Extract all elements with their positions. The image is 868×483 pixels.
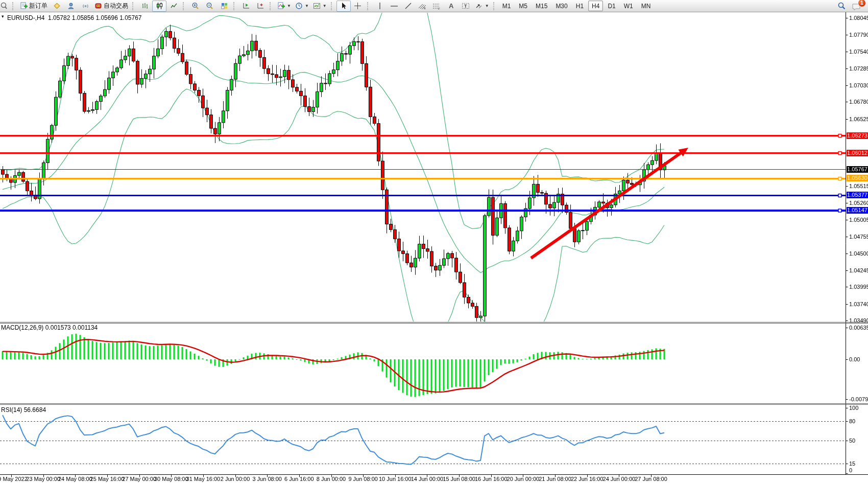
- zoom-out-button[interactable]: [203, 1, 217, 12]
- autotrading-label: 自动交易: [104, 2, 128, 10]
- timeframe-m30[interactable]: M30: [552, 1, 571, 11]
- price-axis[interactable]: [846, 12, 868, 474]
- dropdown-caret-icon: ▼: [305, 4, 309, 8]
- notifications-button[interactable]: 1: [852, 1, 863, 11]
- svg-text:T: T: [464, 4, 467, 9]
- autotrading-robot-icon: [94, 2, 102, 10]
- equidistant-channel-icon: E: [418, 2, 427, 10]
- trendline-tool-button[interactable]: [401, 1, 416, 12]
- dropdown-caret-icon: ▼: [323, 4, 327, 8]
- new-order-icon: [20, 2, 28, 10]
- timeframe-m1[interactable]: M1: [499, 1, 515, 11]
- vertical-line-icon: [377, 2, 383, 10]
- zoom-in-icon: [191, 2, 200, 10]
- bar-chart-icon: [141, 2, 149, 10]
- toolbar-handle[interactable]: [233, 2, 237, 10]
- chart-shift-button[interactable]: [253, 1, 268, 12]
- clipped-left-icon[interactable]: [0, 1, 10, 12]
- toolbar-handle[interactable]: [183, 2, 186, 10]
- channel-tool-button[interactable]: E: [416, 1, 430, 12]
- new-order-button[interactable]: 新订单: [18, 1, 50, 12]
- text-label-tool-button[interactable]: T: [459, 1, 473, 12]
- crosshair-tool-button[interactable]: [351, 1, 365, 12]
- auto-scroll-icon: [243, 2, 250, 10]
- magnifier-partial-icon: [0, 2, 7, 10]
- main-toolbar: 新订单 自动交易 ▼ ▼: [0, 0, 868, 12]
- indicators-dropdown-button[interactable]: ▼: [275, 1, 293, 12]
- fibonacci-tool-button[interactable]: F: [430, 1, 444, 12]
- bar-chart-mode-button[interactable]: [138, 1, 152, 12]
- dropdown-caret-icon: ▼: [485, 4, 489, 8]
- candlestick-icon: [156, 2, 163, 10]
- template-chart-icon: [313, 2, 321, 10]
- timeframe-w1[interactable]: W1: [620, 1, 637, 11]
- toolbar-handle[interactable]: [132, 2, 136, 10]
- horizontal-line-icon: [390, 2, 398, 10]
- timeframe-m5[interactable]: M5: [515, 1, 531, 11]
- trendline-icon: [404, 2, 412, 10]
- market-watch-icon: [67, 2, 75, 10]
- timeframe-m15[interactable]: M15: [532, 1, 551, 11]
- dropdown-caret-icon: ▼: [287, 4, 291, 8]
- cursor-tool-button[interactable]: [336, 1, 351, 12]
- gold-gem-icon: [53, 2, 61, 10]
- crosshair-icon: [354, 2, 361, 10]
- search-button[interactable]: [834, 1, 849, 12]
- tile-windows-button[interactable]: [217, 1, 231, 12]
- timeframe-d1[interactable]: D1: [604, 1, 619, 11]
- toolbar-handle[interactable]: [270, 2, 273, 10]
- toolbar-handle[interactable]: [493, 2, 497, 10]
- auto-scroll-button[interactable]: [239, 1, 253, 12]
- market-watch-button[interactable]: [64, 1, 78, 12]
- timeframe-mn[interactable]: MN: [638, 1, 655, 11]
- arrows-dropdown-button[interactable]: ▼: [473, 1, 491, 12]
- pane-divider-rsi[interactable]: [0, 403, 846, 405]
- toolbar-right-group: 1: [834, 1, 867, 12]
- tile-windows-icon: [221, 2, 228, 10]
- clock-icon: [295, 2, 303, 10]
- timeframe-group: M1M5M15M30H1H4D1W1MN: [499, 1, 655, 11]
- chart-canvas[interactable]: [0, 0, 868, 483]
- templates-dropdown-button[interactable]: ▼: [311, 1, 329, 12]
- arrow-objects-icon: [475, 2, 483, 10]
- toolbar-handle[interactable]: [331, 2, 334, 10]
- vertical-line-tool-button[interactable]: [373, 1, 387, 12]
- fibonacci-icon: F: [432, 2, 441, 10]
- zoom-in-button[interactable]: [188, 1, 203, 12]
- autotrading-button[interactable]: 自动交易: [92, 1, 130, 12]
- new-chart-button[interactable]: [50, 1, 64, 12]
- text-label-icon: T: [462, 2, 470, 10]
- candlestick-mode-button[interactable]: [152, 1, 166, 12]
- signals-button[interactable]: [78, 1, 92, 12]
- zoom-out-icon: [206, 2, 214, 10]
- toolbar-handle[interactable]: [367, 2, 371, 10]
- cursor-icon: [340, 2, 347, 10]
- timeframe-h4[interactable]: H4: [588, 1, 603, 11]
- new-order-label: 新订单: [29, 2, 47, 10]
- text-tool-icon: A: [449, 2, 453, 10]
- timeframe-h1[interactable]: H1: [572, 1, 587, 11]
- notification-badge: 1: [858, 0, 866, 7]
- horizontal-line-tool-button[interactable]: [387, 1, 401, 12]
- chart-shift-icon: [257, 2, 264, 10]
- period-dropdown-button[interactable]: ▼: [293, 1, 311, 12]
- add-indicator-icon: [277, 2, 285, 10]
- search-icon: [837, 2, 846, 10]
- svg-text:F: F: [438, 7, 440, 10]
- line-chart-mode-button[interactable]: [166, 1, 181, 12]
- svg-text:E: E: [424, 7, 426, 10]
- line-chart-icon: [170, 2, 178, 10]
- toolbar-handle[interactable]: [12, 2, 16, 10]
- time-axis[interactable]: [0, 475, 868, 483]
- pane-divider-macd[interactable]: [0, 321, 846, 324]
- broadcast-icon: [82, 2, 89, 10]
- text-tool-button[interactable]: A: [444, 1, 459, 12]
